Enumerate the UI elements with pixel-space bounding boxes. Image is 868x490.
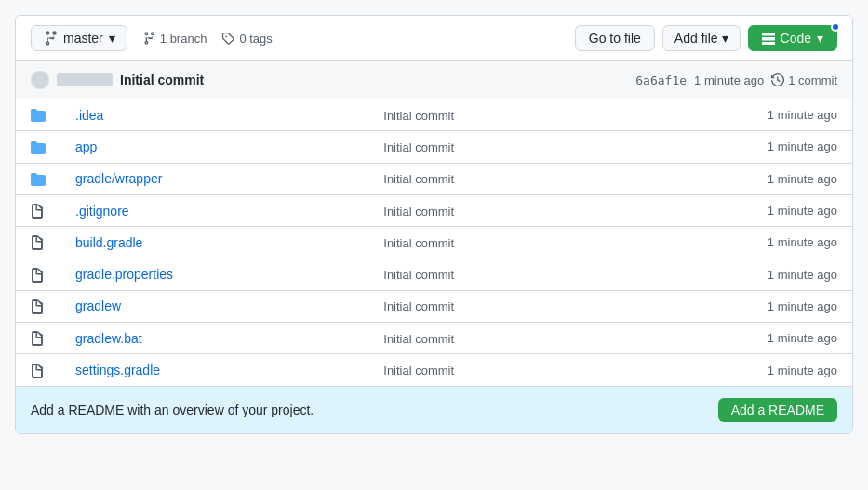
file-icon-cell	[16, 163, 60, 194]
code-label: Code	[781, 31, 811, 46]
file-time: 1 minute ago	[611, 131, 852, 163]
history-icon	[771, 73, 784, 86]
table-row: settings.gradle Initial commit 1 minute …	[16, 354, 852, 386]
branch-count-label: 1 branch	[160, 32, 207, 46]
add-file-button[interactable]: Add file ▾	[662, 25, 741, 51]
file-name-link[interactable]: gradle/wrapper	[75, 171, 162, 186]
avatar	[31, 71, 49, 89]
table-row: gradle.properties Initial commit 1 minut…	[16, 258, 852, 290]
commit-meta: 6a6af1e 1 minute ago 1 commit	[635, 73, 837, 87]
folder-icon	[31, 172, 46, 187]
file-table: .idea Initial commit 1 minute ago app In…	[16, 99, 852, 386]
file-name-cell: gradlew	[60, 290, 368, 322]
table-row: gradlew Initial commit 1 minute ago	[16, 290, 852, 322]
file-icon-cell	[16, 194, 60, 226]
file-name-link[interactable]: .idea	[75, 108, 103, 123]
code-notification-dot	[831, 22, 840, 32]
file-time: 1 minute ago	[611, 227, 852, 258]
file-commit-link[interactable]: Initial commit	[383, 236, 454, 250]
file-name-link[interactable]: gradlew.bat	[75, 331, 142, 346]
file-time: 1 minute ago	[611, 323, 852, 354]
file-commit-cell: Initial commit	[368, 163, 611, 194]
file-commit-link[interactable]: Initial commit	[383, 205, 454, 219]
file-commit-cell: Initial commit	[368, 194, 611, 226]
repo-container: master ▾ 1 branch 0 tags Go to file Add …	[15, 15, 853, 434]
readme-banner: Add a README with an overview of your pr…	[16, 386, 852, 433]
file-commit-link[interactable]: Initial commit	[383, 364, 454, 377]
file-commit-cell: Initial commit	[368, 354, 611, 386]
code-button[interactable]: Code ▾	[748, 25, 837, 51]
file-name-link[interactable]: gradlew	[75, 298, 121, 313]
folder-icon	[31, 140, 46, 155]
file-icon	[31, 299, 44, 314]
branch-label: master	[63, 31, 103, 46]
file-time: 1 minute ago	[611, 290, 852, 322]
file-commit-link[interactable]: Initial commit	[383, 109, 454, 123]
file-commit-link[interactable]: Initial commit	[383, 268, 454, 282]
file-commit-cell: Initial commit	[368, 227, 611, 258]
table-row: app Initial commit 1 minute ago	[16, 131, 852, 163]
file-name-link[interactable]: app	[75, 139, 97, 154]
file-icon-cell	[16, 227, 60, 258]
file-name-link[interactable]: build.gradle	[75, 235, 142, 250]
add-file-label: Add file	[674, 31, 718, 46]
file-time: 1 minute ago	[611, 258, 852, 290]
file-icon	[31, 268, 44, 283]
code-chevron: ▾	[817, 31, 823, 46]
add-readme-button[interactable]: Add a README	[718, 398, 837, 422]
code-icon	[762, 32, 775, 45]
readme-banner-text: Add a README with an overview of your pr…	[31, 403, 314, 417]
file-commit-link[interactable]: Initial commit	[383, 172, 454, 186]
branch-count-link[interactable]: 1 branch	[142, 32, 207, 46]
branch-count-icon	[142, 32, 155, 45]
file-icon-cell	[16, 354, 60, 386]
file-icon	[31, 331, 44, 346]
file-name-cell: app	[60, 131, 368, 163]
file-name-link[interactable]: .gitignore	[75, 204, 129, 219]
go-to-file-button[interactable]: Go to file	[575, 25, 655, 51]
tag-count-link[interactable]: 0 tags	[221, 32, 272, 46]
file-commit-link[interactable]: Initial commit	[383, 140, 454, 154]
folder-icon	[31, 108, 46, 123]
commit-author-placeholder	[57, 73, 113, 86]
file-icon-cell	[16, 131, 60, 163]
file-commit-cell: Initial commit	[368, 290, 611, 322]
toolbar: master ▾ 1 branch 0 tags Go to file Add …	[16, 16, 852, 61]
table-row: .idea Initial commit 1 minute ago	[16, 99, 852, 131]
branch-selector[interactable]: master ▾	[31, 25, 127, 51]
file-name-cell: gradle/wrapper	[60, 163, 368, 194]
file-icon	[31, 204, 44, 219]
file-name-link[interactable]: settings.gradle	[75, 363, 160, 377]
add-file-chevron: ▾	[722, 31, 728, 46]
commit-count-label: 1 commit	[788, 73, 837, 87]
file-time: 1 minute ago	[611, 354, 852, 386]
table-row: gradlew.bat Initial commit 1 minute ago	[16, 323, 852, 354]
file-icon	[31, 235, 44, 250]
file-icon-cell	[16, 323, 60, 354]
table-row: .gitignore Initial commit 1 minute ago	[16, 194, 852, 226]
toolbar-left: master ▾ 1 branch 0 tags	[31, 25, 273, 51]
file-name-link[interactable]: gradle.properties	[75, 267, 173, 282]
file-commit-cell: Initial commit	[368, 131, 611, 163]
file-icon-cell	[16, 290, 60, 322]
branch-chevron: ▾	[109, 31, 115, 46]
toolbar-right: Go to file Add file ▾ Code ▾	[575, 25, 837, 51]
file-name-cell: .idea	[60, 99, 368, 131]
branch-icon	[43, 31, 58, 46]
file-commit-cell: Initial commit	[368, 258, 611, 290]
file-name-cell: build.gradle	[60, 227, 368, 258]
file-time: 1 minute ago	[611, 99, 852, 131]
file-commit-link[interactable]: Initial commit	[383, 299, 454, 313]
file-commit-link[interactable]: Initial commit	[383, 332, 454, 346]
file-name-cell: gradlew.bat	[60, 323, 368, 354]
file-commit-cell: Initial commit	[368, 99, 611, 131]
commit-count-link[interactable]: 1 commit	[771, 73, 837, 87]
tag-count-label: 0 tags	[239, 32, 272, 46]
file-name-cell: settings.gradle	[60, 354, 368, 386]
file-icon-cell	[16, 258, 60, 290]
file-time: 1 minute ago	[611, 163, 852, 194]
commit-bar: Initial commit 6a6af1e 1 minute ago 1 co…	[16, 61, 852, 99]
commit-time: 1 minute ago	[694, 73, 764, 87]
file-name-cell: gradle.properties	[60, 258, 368, 290]
commit-message-link[interactable]: Initial commit	[120, 73, 204, 87]
